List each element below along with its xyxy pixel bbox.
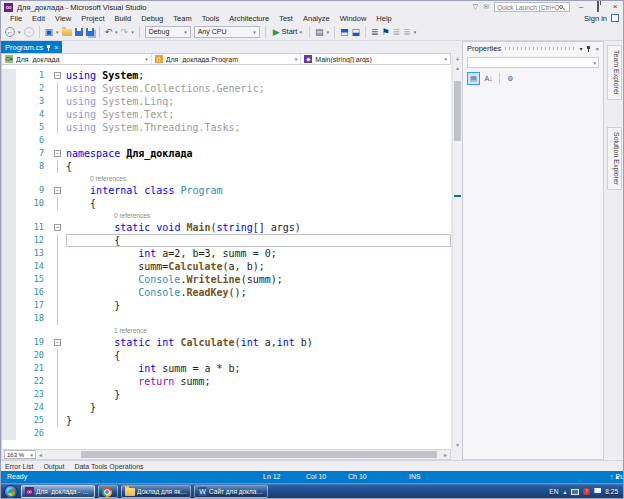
fold-collapse-icon[interactable]: − [54,150,61,157]
redo-button[interactable]: ↷ [121,26,129,38]
taskbar-button-chrome[interactable] [98,485,118,498]
save-all-button[interactable] [86,28,94,36]
sign-in-link[interactable]: Sign in [584,14,607,23]
menu-edit[interactable]: Edit [27,14,50,23]
breakpoint-gutter[interactable] [2,82,16,95]
breakpoint-gutter[interactable] [2,108,16,121]
bookmark-icon[interactable]: ⚑ [382,26,390,38]
display-tray-icon[interactable] [571,489,579,495]
code-text[interactable]: static int Calculate(int a,int b) [66,336,451,349]
splitter-grip-icon[interactable]: + [453,55,462,65]
code-text[interactable]: int summ = a * b; [66,362,451,375]
breakpoint-gutter[interactable] [2,388,16,401]
property-pages-icon[interactable]: ⚙ [504,72,517,85]
breakpoint-gutter[interactable] [2,273,16,286]
codelens-indicator[interactable]: 0 references [114,212,150,219]
code-text[interactable]: Console.WriteLine(summ); [66,273,451,286]
code-text[interactable]: using System.Threading.Tasks; [66,121,451,134]
taskbar-clock[interactable]: 8:25 [605,488,618,495]
solution-configuration-combobox[interactable]: Debug▾ [145,26,191,38]
codelens-indicator[interactable]: 1 reference [114,327,147,334]
breakpoint-gutter[interactable] [2,414,16,427]
scroll-left-icon[interactable]: ◄ [38,452,43,458]
close-tab-icon[interactable]: × [54,44,58,51]
breakpoint-gutter[interactable] [2,362,16,375]
toolbar-overflow-icon[interactable]: ▾ [414,29,417,35]
breakpoint-gutter[interactable] [2,121,16,134]
menu-analyze[interactable]: Analyze [298,14,335,23]
debug-target-dropdown-icon[interactable]: ▾ [326,29,329,35]
pin-icon[interactable] [46,44,51,51]
fold-collapse-icon[interactable]: − [54,224,61,231]
panel-tab-error-list[interactable]: Error List [5,463,33,470]
code-text[interactable]: { [66,160,451,173]
breakpoint-gutter[interactable] [2,134,16,147]
code-editor[interactable]: 1−using System;2using System.Collections… [1,65,451,449]
breakpoint-gutter[interactable] [2,234,16,247]
taskbar-button-word[interactable]: WСайт для доклада п... [194,485,268,498]
quick-launch-box[interactable] [494,2,570,12]
breakpoint-gutter[interactable] [2,210,16,221]
menu-team[interactable]: Team [168,14,196,23]
menu-architecture[interactable]: Architecture [224,14,274,23]
code-text[interactable]: { [66,197,451,210]
debug-target-icon[interactable]: ▤ [315,26,324,38]
comment-icon[interactable]: ≣ [371,26,379,38]
action-center-icon[interactable]: ! [583,488,590,495]
code-text[interactable]: { [66,234,451,247]
project-dropdown[interactable]: C# Для_доклада ▾ [2,54,152,64]
breakpoint-gutter[interactable] [2,197,16,210]
navigate-back-button[interactable]: ← [5,27,15,37]
language-indicator[interactable]: EN [549,488,558,495]
breakpoint-gutter[interactable] [2,147,16,160]
alphabetical-sort-icon[interactable]: A↓ [482,72,495,85]
breakpoint-gutter[interactable] [2,286,16,299]
code-text[interactable]: using System.Linq; [66,95,451,108]
navigate-back-dropdown-icon[interactable]: ▾ [18,29,21,35]
menu-project[interactable]: Project [76,14,109,23]
code-text[interactable]: } [66,414,451,427]
new-project-dropdown-icon[interactable]: ▾ [56,29,59,35]
undo-button[interactable]: ↶ [105,26,113,38]
code-text[interactable]: return summ; [66,375,451,388]
horizontal-scrollbar-thumb[interactable] [81,451,437,458]
find-in-files-icon[interactable]: ⬒ [340,26,349,38]
breakpoint-gutter[interactable] [2,299,16,312]
menu-tools[interactable]: Tools [197,14,225,23]
code-text[interactable]: } [66,401,451,414]
redo-dropdown-icon[interactable]: ▾ [131,29,134,35]
code-text[interactable]: summ=Calculate(a, b); [66,260,451,273]
vertical-tab-solution-explorer[interactable]: Solution Explorer [607,127,622,190]
code-text[interactable] [66,312,451,325]
code-text[interactable] [66,427,451,440]
breakpoint-gutter[interactable] [2,336,16,349]
code-text[interactable] [66,134,451,147]
close-panel-icon[interactable]: × [595,46,599,52]
panel-tab-output[interactable]: Output [43,463,64,470]
feedback-icon[interactable]: ✉ [483,3,489,11]
network-error-flag-icon[interactable] [594,488,601,495]
properties-header[interactable]: Properties ▾ × [463,42,603,55]
vertical-scrollbar[interactable]: + ▲ ▼ [452,55,461,449]
menu-build[interactable]: Build [110,14,137,23]
start-button[interactable] [4,485,18,499]
member-dropdown[interactable]: ◆ Main(string[] args) ▾ [301,54,450,64]
breakpoint-gutter[interactable] [2,160,16,173]
open-file-button[interactable] [62,29,72,36]
code-text[interactable]: using System.Collections.Generic; [66,82,451,95]
breakpoint-gutter[interactable] [2,69,16,82]
code-text[interactable]: internal class Program [66,184,451,197]
tab-program-cs[interactable]: Program.cs × [1,41,62,53]
categorized-view-icon[interactable]: ▤ [467,72,480,85]
quick-launch-input[interactable] [497,4,559,11]
solution-platform-combobox[interactable]: Any CPU▾ [194,26,260,38]
auto-hide-pin-icon[interactable] [586,45,591,52]
vertical-scrollbar-thumb[interactable] [454,81,461,141]
outdent-icon[interactable]: ≣ [403,26,411,38]
panel-tab-data-tools-operations[interactable]: Data Tools Operations [74,463,143,470]
properties-object-combobox[interactable]: ▾ [467,57,599,68]
minimize-button[interactable]: – [575,1,587,13]
account-icon[interactable] [611,14,619,22]
breakpoint-gutter[interactable] [2,401,16,414]
breakpoint-gutter[interactable] [2,184,16,197]
